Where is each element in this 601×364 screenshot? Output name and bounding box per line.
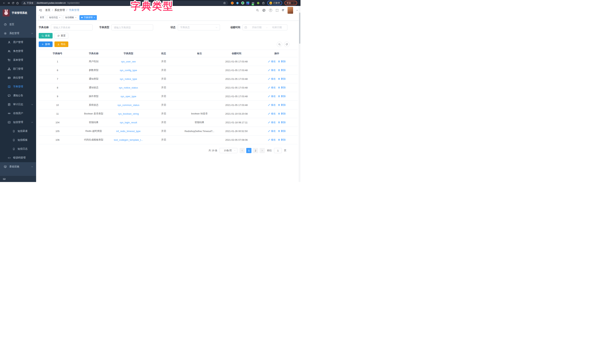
sidebar-item-sms-log[interactable]: 短信日志 xyxy=(0,144,36,153)
user-avatar[interactable] xyxy=(288,7,293,14)
bookmark-star-icon[interactable] xyxy=(223,2,226,4)
sidebar-item-infra[interactable]: 基础设施 xyxy=(0,162,36,171)
dict-type-link[interactable]: sys_user_sex xyxy=(121,60,136,63)
sidebar-item-audit-log[interactable]: 审计日志 xyxy=(0,100,36,109)
extension-icon-grid[interactable] xyxy=(246,1,249,5)
delete-link[interactable]: 删除 xyxy=(278,103,286,107)
status-select[interactable]: 字典状态 xyxy=(178,24,220,30)
extension-icon-blue[interactable] xyxy=(236,1,239,5)
search-button[interactable]: 搜索 xyxy=(39,33,53,39)
extensions-puzzle-icon[interactable] xyxy=(262,1,265,5)
address-bar[interactable]: 不安全 dashboard.yudao.iocoder.cn/system/di… xyxy=(21,1,228,5)
dict-type-link[interactable]: sys_login_result xyxy=(120,121,137,124)
close-icon[interactable]: × xyxy=(75,16,77,19)
browser-back-button[interactable] xyxy=(2,1,6,5)
keyboard-icon[interactable] xyxy=(3,178,6,180)
goto-page-input[interactable] xyxy=(274,148,282,153)
browser-reload-button[interactable] xyxy=(11,1,15,5)
breadcrumb-system[interactable]: 系统管理 xyxy=(54,9,65,12)
close-icon[interactable]: × xyxy=(59,16,60,19)
edit-link[interactable]: 修改 xyxy=(268,103,276,107)
edit-link[interactable]: 修改 xyxy=(268,121,276,124)
sidebar-item-roles[interactable]: 角色管理 xyxy=(0,47,36,56)
extension-icon-leaf[interactable] xyxy=(257,1,260,5)
edit-link[interactable]: 修改 xyxy=(268,95,276,98)
table-refresh-button[interactable] xyxy=(284,42,289,47)
sidebar-item-error-code[interactable]: 错误码管理 xyxy=(0,153,36,162)
avatar-caret-icon[interactable]: ▾ xyxy=(297,9,298,11)
sidebar-item-posts[interactable]: 岗位管理 xyxy=(0,73,36,82)
page-size-select[interactable]: 10条/页 xyxy=(220,148,237,153)
edit-link[interactable]: 修改 xyxy=(268,77,276,81)
sidebar-item-dict[interactable]: 字典管理 xyxy=(0,82,36,91)
page-scrollbar[interactable] xyxy=(299,6,300,182)
add-button[interactable]: 新增 xyxy=(39,41,53,47)
delete-link[interactable]: 删除 xyxy=(278,69,286,72)
extension-icon-green[interactable] xyxy=(241,1,244,5)
delete-link[interactable]: 删除 xyxy=(278,86,286,89)
edit-link[interactable]: 修改 xyxy=(268,69,276,72)
breadcrumb: 首页 / 系统管理 / 字典管理 xyxy=(45,9,79,12)
edit-link[interactable]: 修改 xyxy=(268,129,276,133)
tab-dict-active[interactable]: 字典管理 × xyxy=(80,15,97,20)
sidebar-item-depts[interactable]: 部门管理 xyxy=(0,64,36,73)
prev-page-button[interactable] xyxy=(240,148,245,153)
export-button[interactable]: 导出 xyxy=(54,41,68,47)
dict-type-input[interactable] xyxy=(111,24,153,30)
tab-sms-template[interactable]: 短信模板 × xyxy=(63,15,78,20)
next-page-button[interactable] xyxy=(260,148,265,153)
dict-type-link[interactable]: sys_notice_type xyxy=(120,78,137,80)
dict-type-link[interactable]: tool_codegen_template_t... xyxy=(114,139,143,141)
extension-icon-orange[interactable] xyxy=(231,1,234,5)
github-icon[interactable] xyxy=(262,9,266,12)
delete-link[interactable]: 删除 xyxy=(278,138,286,142)
edit-link[interactable]: 修改 xyxy=(268,112,276,115)
sidebar-item-notice[interactable]: 通知公告 xyxy=(0,91,36,100)
sidebar-item-sms[interactable]: 短信管理 xyxy=(0,118,36,127)
table-search-toggle-button[interactable] xyxy=(277,42,282,47)
delete-link[interactable]: 删除 xyxy=(278,129,286,133)
reset-button[interactable]: 重置 xyxy=(54,33,68,39)
font-size-icon[interactable]: tT xyxy=(282,9,284,12)
page-button-2[interactable]: 2 xyxy=(253,148,258,153)
browser-menu-icon[interactable]: ⋮ xyxy=(292,2,295,4)
dict-name-input[interactable] xyxy=(51,24,93,30)
collapse-menu-icon[interactable] xyxy=(39,9,42,12)
delete-link[interactable]: 删除 xyxy=(278,77,286,81)
scrollbar-thumb[interactable] xyxy=(299,13,300,44)
close-icon[interactable]: × xyxy=(94,16,95,19)
delete-link[interactable]: 删除 xyxy=(278,95,286,98)
browser-forward-button[interactable] xyxy=(6,1,11,5)
sidebar-item-users[interactable]: 用户管理 xyxy=(0,38,36,47)
delete-link[interactable]: 删除 xyxy=(278,112,286,115)
extension-icon-tampermonkey[interactable]: on xyxy=(251,1,255,5)
browser-update-button[interactable]: 更新 ⋮ xyxy=(284,1,297,5)
delete-link[interactable]: 删除 xyxy=(278,121,286,124)
dict-type-link[interactable]: sys_common_status xyxy=(117,104,140,106)
help-icon[interactable]: ? xyxy=(269,9,272,12)
tab-sms-log[interactable]: 短信日志 × xyxy=(47,15,62,20)
search-icon[interactable] xyxy=(256,9,259,12)
dict-type-link[interactable]: sys_boolean_string xyxy=(118,112,139,115)
edit-link[interactable]: 修改 xyxy=(268,138,276,142)
edit-link[interactable]: 修改 xyxy=(268,60,276,63)
dict-type-link[interactable]: inf_redis_timeout_type xyxy=(116,130,140,132)
dict-type-link[interactable]: sys_config_type xyxy=(120,69,137,72)
sidebar-item-sms-channel[interactable]: 短信渠道 xyxy=(0,127,36,136)
delete-link[interactable]: 删除 xyxy=(278,60,286,63)
sidebar-item-system[interactable]: 系统管理 xyxy=(0,29,36,38)
page-button-1[interactable]: 1 xyxy=(246,148,251,153)
sidebar-item-menus[interactable]: 菜单管理 xyxy=(0,56,36,64)
fullscreen-icon[interactable] xyxy=(276,9,279,12)
browser-home-button[interactable] xyxy=(15,1,20,5)
edit-link[interactable]: 修改 xyxy=(268,86,276,89)
breadcrumb-home[interactable]: 首页 xyxy=(45,9,50,12)
date-range-picker[interactable]: 开始日期 - 结束日期 xyxy=(242,24,287,30)
dict-type-link[interactable]: sys_oper_type xyxy=(120,95,136,98)
tab-home[interactable]: 首页 xyxy=(38,15,46,20)
sidebar-item-online-users[interactable]: 在线用户 xyxy=(0,109,36,118)
sidebar-item-sms-template[interactable]: 短信模板 xyxy=(0,136,36,144)
dict-type-link[interactable]: sys_notice_status xyxy=(119,86,138,89)
sidebar-item-home[interactable]: 首页 xyxy=(0,20,36,29)
profile-paused-badge[interactable]: 已暂停 xyxy=(267,1,282,5)
